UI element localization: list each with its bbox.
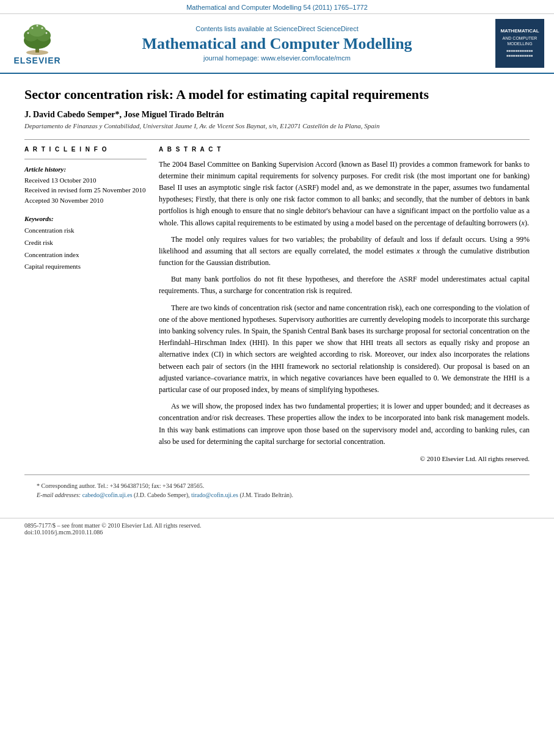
email-1-attr: (J.D. Cabedo Semper),	[134, 492, 191, 498]
footnotes: * Corresponding author. Tel.: +34 964387…	[24, 481, 530, 500]
svg-point-8	[32, 27, 34, 29]
abstract-column: A B S T R A C T The 2004 Basel Committee…	[159, 146, 530, 462]
journal-reference-bar: Mathematical and Computer Modelling 54 (…	[0, 0, 554, 14]
journal-logo-image: MATHEMATICAL AND COMPUTER MODELLING ■■■■…	[495, 19, 544, 68]
article-info-label: A R T I C L E I N F O	[24, 146, 147, 153]
elsevier-tree-icon	[19, 22, 56, 56]
keyword-2: Credit risk	[24, 237, 147, 249]
sciencedirect-text: Contents lists available at ScienceDirec…	[65, 25, 489, 32]
keywords-block: Keywords: Concentration risk Credit risk…	[24, 215, 147, 273]
svg-point-6	[27, 32, 29, 34]
email-2[interactable]: tirado@cofin.uji.es	[191, 492, 238, 498]
revised-date: Received in revised form 25 November 201…	[24, 185, 147, 195]
keyword-1: Concentration risk	[24, 225, 147, 237]
abstract-para-2: The model only requires values for two v…	[159, 234, 530, 269]
email-1[interactable]: cabedo@cofin.uji.es	[82, 492, 133, 498]
paper-content: Sector concentration risk: A model for e…	[0, 74, 554, 512]
journal-title: Mathematical and Computer Modelling	[65, 35, 489, 53]
abstract-para-1: The 2004 Basel Committee on Banking Supe…	[159, 159, 530, 229]
keywords-label: Keywords:	[24, 215, 147, 222]
abstract-label: A B S T R A C T	[159, 146, 530, 153]
svg-point-7	[46, 32, 48, 34]
footer-divider	[24, 474, 530, 475]
header-divider	[24, 139, 530, 140]
abstract-para-3: But many bank portfolios do not fit thes…	[159, 274, 530, 297]
history-label: Article history:	[24, 165, 147, 173]
abstract-para-4: There are two kinds of concentration ris…	[159, 302, 530, 396]
journal-header: ELSEVIER Contents lists available at Sci…	[0, 14, 554, 74]
journal-homepage: journal homepage: www.elsevier.com/locat…	[65, 54, 489, 62]
journal-logo-box: MATHEMATICAL AND COMPUTER MODELLING ■■■■…	[489, 19, 544, 68]
info-divider	[24, 159, 147, 159]
svg-point-10	[37, 24, 38, 26]
email-2-attr: (J.M. Tirado Beltrán).	[239, 492, 293, 498]
homepage-url[interactable]: www.elsevier.com/locate/mcm	[261, 54, 351, 62]
copyright: © 2010 Elsevier Ltd. All rights reserved…	[159, 455, 530, 462]
journal-reference-text: Mathematical and Computer Modelling 54 (…	[186, 4, 368, 11]
elsevier-logo: ELSEVIER	[10, 22, 65, 65]
paper-affiliation: Departamento de Finanzas y Contabilidad,…	[24, 122, 530, 129]
email-label: E-mail addresses:	[37, 492, 81, 498]
keyword-4: Capital requirements	[24, 261, 147, 273]
svg-point-1	[26, 50, 48, 55]
abstract-body: The 2004 Basel Committee on Banking Supe…	[159, 159, 530, 448]
bottom-bar: 0895-7177/$ – see front matter © 2010 El…	[0, 518, 554, 539]
article-body: A R T I C L E I N F O Article history: R…	[24, 146, 530, 462]
abstract-para-5: As we will show, the proposed index has …	[159, 401, 530, 448]
paper-title: Sector concentration risk: A model for e…	[24, 86, 530, 104]
doi-text: doi:10.1016/j.mcm.2010.11.086	[24, 529, 530, 536]
sciencedirect-link-text[interactable]: ScienceDirect	[317, 25, 359, 32]
keywords-list: Concentration risk Credit risk Concentra…	[24, 225, 147, 273]
corresponding-author: * Corresponding author. Tel.: +34 964387…	[37, 481, 530, 490]
email-footnote: E-mail addresses: cabedo@cofin.uji.es (J…	[37, 490, 530, 500]
paper-authors: J. David Cabedo Semper*, Jose Miguel Tir…	[24, 110, 530, 120]
article-history: Article history: Received 13 October 201…	[24, 165, 147, 206]
header-center: Contents lists available at ScienceDirec…	[65, 25, 489, 62]
keyword-3: Concentration index	[24, 249, 147, 261]
svg-point-9	[42, 27, 43, 29]
issn-text: 0895-7177/$ – see front matter © 2010 El…	[24, 522, 530, 529]
received-date: Received 13 October 2010	[24, 175, 147, 186]
article-info-column: A R T I C L E I N F O Article history: R…	[24, 146, 147, 462]
elsevier-brand-text: ELSEVIER	[13, 56, 60, 65]
accepted-date: Accepted 30 November 2010	[24, 195, 147, 206]
